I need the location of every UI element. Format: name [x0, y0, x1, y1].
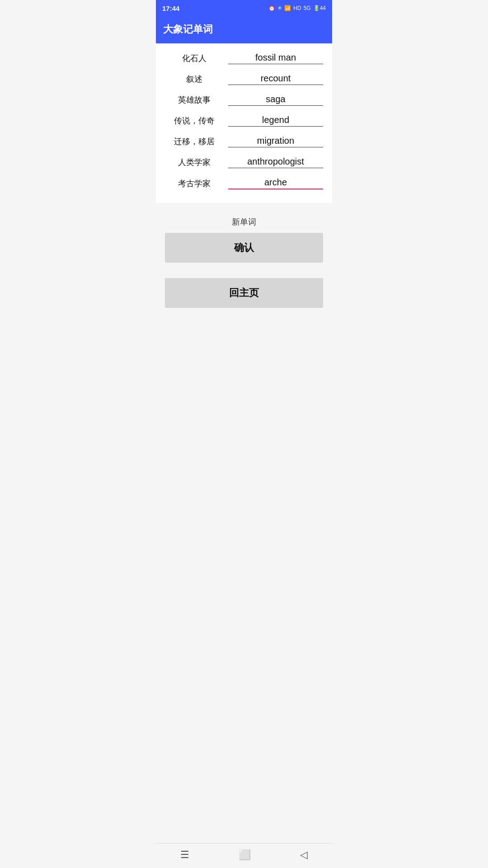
- hd-icon: HD: [293, 5, 301, 11]
- chinese-label: 叙述: [165, 74, 224, 85]
- english-input-wrapper: migration: [228, 136, 323, 147]
- english-value: anthropologist: [228, 156, 323, 167]
- word-list: 化石人 fossil man 叙述 recount 英雄故事 saga 传说，传…: [156, 43, 332, 203]
- word-row: 迁移，移居 migration: [156, 131, 332, 152]
- english-input-wrapper: fossil man: [228, 52, 323, 64]
- chinese-label: 考古学家: [165, 178, 224, 189]
- status-icons: ⏰ ✳ 📶 HD 5G 🔋44: [268, 5, 326, 11]
- status-time: 17:44: [162, 5, 179, 12]
- chinese-label: 人类学家: [165, 157, 224, 168]
- word-row: 化石人 fossil man: [156, 48, 332, 69]
- new-word-section: 新单词 确认: [156, 208, 332, 267]
- chinese-label: 传说，传奇: [165, 115, 224, 126]
- new-word-label: 新单词: [165, 217, 323, 227]
- alarm-icon: ⏰: [268, 5, 275, 11]
- english-input-wrapper: saga: [228, 94, 323, 106]
- word-row: 叙述 recount: [156, 69, 332, 90]
- app-header: 大象记单词: [156, 16, 332, 43]
- english-value: migration: [228, 136, 323, 146]
- chinese-label: 英雄故事: [165, 94, 224, 105]
- signal-icon: 5G: [304, 5, 311, 11]
- english-input-wrapper: recount: [228, 73, 323, 85]
- word-row: 英雄故事 saga: [156, 90, 332, 110]
- english-value: fossil man: [228, 52, 323, 63]
- word-row: 人类学家 anthropologist: [156, 152, 332, 173]
- home-button[interactable]: 回主页: [165, 278, 323, 308]
- english-value: legend: [228, 115, 323, 125]
- chinese-label: 迁移，移居: [165, 136, 224, 147]
- section-divider: [156, 203, 332, 208]
- word-row-active: 考古学家: [156, 173, 332, 194]
- app-title: 大象记单词: [163, 24, 213, 35]
- english-value: saga: [228, 94, 323, 104]
- bluetooth-icon: ✳: [277, 5, 282, 11]
- english-input-wrapper: legend: [228, 115, 323, 127]
- section-divider-2: [156, 267, 332, 272]
- chinese-label: 化石人: [165, 53, 224, 64]
- english-value: recount: [228, 73, 323, 84]
- english-input-wrapper: anthropologist: [228, 156, 323, 168]
- battery-icon: 🔋44: [313, 5, 326, 11]
- english-input[interactable]: [228, 177, 323, 188]
- status-bar: 17:44 ⏰ ✳ 📶 HD 5G 🔋44: [156, 0, 332, 16]
- wifi-icon: 📶: [284, 5, 291, 11]
- confirm-button[interactable]: 确认: [165, 233, 323, 263]
- english-input-wrapper-active[interactable]: [228, 177, 323, 189]
- word-row: 传说，传奇 legend: [156, 110, 332, 131]
- home-section: 回主页: [156, 272, 332, 314]
